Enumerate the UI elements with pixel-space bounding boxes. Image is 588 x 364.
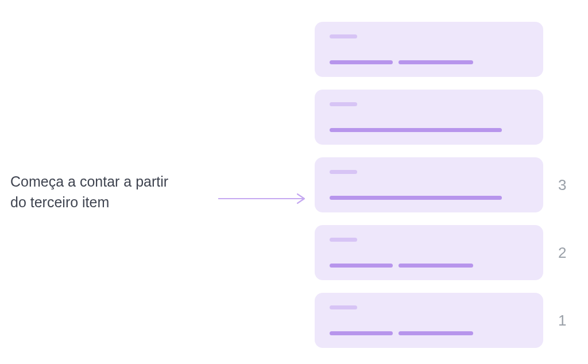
- card-header-skeleton: [330, 170, 528, 174]
- diagram-canvas: Começa a contar a partir do terceiro ite…: [0, 0, 588, 364]
- card-body-skeleton: [330, 60, 528, 64]
- list-row: [315, 90, 576, 145]
- card-body-skeleton: [330, 264, 528, 268]
- list-item-card: [315, 225, 543, 280]
- card-header-skeleton: [330, 305, 528, 309]
- item-number: 2: [558, 244, 570, 262]
- skeleton-bar: [330, 60, 393, 64]
- item-number: 3: [558, 176, 570, 194]
- annotation-text: Começa a contar a partir do terceiro ite…: [10, 171, 206, 213]
- card-body-skeleton: [330, 196, 528, 200]
- item-list: 3 2: [315, 22, 576, 348]
- card-header-skeleton: [330, 102, 528, 106]
- list-item-card: [315, 157, 543, 212]
- annotation-line-2: do terceiro item: [10, 194, 109, 210]
- card-body-skeleton: [330, 128, 528, 132]
- skeleton-bar: [399, 331, 473, 335]
- skeleton-bar: [330, 196, 502, 200]
- skeleton-bar: [330, 102, 357, 106]
- annotation-line-1: Começa a contar a partir: [10, 173, 168, 189]
- skeleton-bar: [330, 238, 357, 242]
- card-header-skeleton: [330, 34, 528, 38]
- list-item-card: [315, 90, 543, 145]
- skeleton-bar: [399, 264, 473, 268]
- skeleton-bar: [330, 128, 502, 132]
- card-header-skeleton: [330, 238, 528, 242]
- skeleton-bar: [399, 60, 473, 64]
- skeleton-bar: [330, 264, 393, 268]
- list-row: [315, 22, 576, 77]
- skeleton-bar: [330, 34, 357, 38]
- list-item-card: [315, 22, 543, 77]
- list-item-card: [315, 293, 543, 348]
- card-body-skeleton: [330, 331, 528, 335]
- item-number: 1: [558, 312, 570, 330]
- arrow-right-icon: [218, 193, 310, 204]
- skeleton-bar: [330, 331, 393, 335]
- list-row: 2: [315, 225, 576, 280]
- skeleton-bar: [330, 305, 357, 309]
- skeleton-bar: [330, 170, 357, 174]
- list-row: 3: [315, 157, 576, 212]
- list-row: 1: [315, 293, 576, 348]
